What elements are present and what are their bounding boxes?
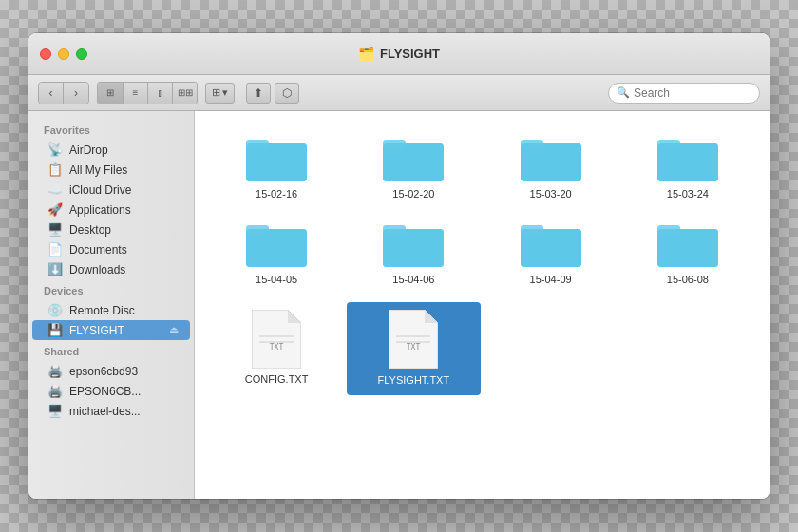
sidebar-item-applications[interactable]: 🚀 Applications	[32, 200, 190, 219]
toolbar: ‹ › ⊞ ≡ ⫿ ⊞⊞ ⊞ ▾ ⬆ ⬡ 🔍	[28, 75, 770, 111]
sidebar-item-documents[interactable]: 📄 Documents	[32, 239, 190, 259]
view-icon-button[interactable]: ⊞	[98, 83, 123, 104]
folder-icon-15-04-05	[246, 219, 307, 269]
file-area: 15-02-16 15-02-20	[195, 111, 770, 499]
folder-item-15-04-05[interactable]: 15-04-05	[210, 212, 343, 294]
michael-icon: 🖥️	[48, 404, 63, 418]
tag-button[interactable]: ⬡	[275, 83, 299, 104]
sidebar-item-all-my-files[interactable]: 📋 All My Files	[32, 160, 190, 180]
window-title: 🗂️ FLYSIGHT	[358, 47, 440, 62]
folder-item-15-04-09[interactable]: 15-04-09	[484, 212, 618, 294]
folder-icon-15-06-08	[657, 219, 718, 269]
svg-rect-17	[383, 229, 444, 267]
epson2-label: EPSON6CB...	[69, 385, 141, 398]
devices-label: Devices	[28, 279, 194, 300]
downloads-label: Downloads	[69, 263, 125, 276]
epson1-label: epson6cbd93	[69, 365, 138, 378]
documents-icon: 📄	[48, 242, 63, 256]
flysight-txt-label: FLYSIGHT.TXT	[374, 372, 454, 388]
folder-icon-15-04-06	[383, 219, 444, 269]
search-icon: 🔍	[617, 86, 630, 99]
traffic-lights	[40, 48, 87, 60]
search-input[interactable]	[634, 86, 751, 100]
view-coverflow-button[interactable]: ⊞⊞	[172, 83, 197, 104]
folder-icon-15-03-20	[521, 134, 581, 183]
svg-text:TXT: TXT	[270, 343, 284, 352]
airdrop-label: AirDrop	[69, 143, 108, 157]
minimize-button[interactable]	[58, 48, 69, 60]
all-my-files-label: All My Files	[69, 163, 127, 177]
share-button[interactable]: ⬆	[246, 83, 271, 104]
maximize-button[interactable]	[76, 48, 87, 60]
files-row: TXT CONFIG.TXT TXT	[210, 302, 754, 395]
back-button[interactable]: ‹	[39, 83, 64, 104]
sidebar: Favorites 📡 AirDrop 📋 All My Files ☁️ iC…	[28, 111, 195, 499]
config-txt-label: CONFIG.TXT	[245, 372, 309, 386]
search-box[interactable]: 🔍	[608, 83, 760, 104]
folder-label-15-02-16: 15-02-16	[256, 187, 297, 200]
sidebar-item-michael[interactable]: 🖥️ michael-des...	[32, 401, 190, 421]
folder-label-15-03-20: 15-03-20	[530, 187, 572, 200]
michael-label: michael-des...	[69, 405, 141, 418]
file-item-flysight-txt[interactable]: TXT FLYSIGHT.TXT	[347, 302, 480, 395]
eject-icon[interactable]: ⏏	[169, 324, 179, 336]
folder-item-15-03-24[interactable]: 15-03-24	[621, 126, 754, 208]
folder-label-15-04-05: 15-04-05	[256, 273, 297, 286]
applications-icon: 🚀	[48, 202, 63, 217]
folder-label-15-04-06: 15-04-06	[392, 273, 434, 286]
sidebar-item-icloud-drive[interactable]: ☁️ iCloud Drive	[32, 180, 190, 200]
folder-grid: 15-02-16 15-02-20	[210, 126, 754, 294]
favorites-label: Favorites	[28, 119, 194, 140]
title-text: FLYSIGHT	[380, 47, 440, 61]
epson1-icon: 🖨️	[48, 364, 63, 378]
folder-item-15-03-20[interactable]: 15-03-20	[484, 126, 618, 208]
folder-label-15-04-09: 15-04-09	[530, 273, 572, 286]
sidebar-item-downloads[interactable]: ⬇️ Downloads	[32, 259, 190, 279]
svg-rect-5	[383, 143, 444, 181]
forward-button[interactable]: ›	[64, 83, 88, 104]
view-list-button[interactable]: ≡	[123, 83, 147, 104]
title-folder-icon: 🗂️	[358, 47, 374, 62]
svg-rect-8	[521, 143, 581, 181]
remote-disc-icon: 💿	[48, 303, 63, 317]
sidebar-item-epson2[interactable]: 🖨️ EPSON6CB...	[32, 381, 190, 401]
folder-item-15-04-06[interactable]: 15-04-06	[347, 212, 480, 294]
desktop-icon: 🖥️	[48, 222, 63, 237]
epson2-icon: 🖨️	[48, 384, 63, 398]
nav-buttons: ‹ ›	[38, 82, 89, 104]
titlebar: 🗂️ FLYSIGHT	[28, 33, 770, 75]
svg-rect-11	[657, 143, 718, 181]
folder-icon-15-02-16	[246, 134, 307, 183]
folder-label-15-06-08: 15-06-08	[667, 273, 709, 286]
svg-marker-30	[425, 310, 438, 323]
downloads-icon: ⬇️	[48, 262, 63, 276]
folder-item-15-06-08[interactable]: 15-06-08	[621, 212, 754, 294]
all-my-files-icon: 📋	[48, 162, 63, 177]
svg-text:TXT: TXT	[407, 343, 421, 352]
view-column-button[interactable]: ⫿	[147, 83, 172, 104]
close-button[interactable]	[40, 48, 51, 60]
remote-disc-label: Remote Disc	[69, 304, 135, 317]
finder-window: 🗂️ FLYSIGHT ‹ › ⊞ ≡ ⫿ ⊞⊞ ⊞ ▾ ⬆ ⬡ 🔍	[28, 33, 770, 499]
config-txt-icon: TXT	[252, 310, 301, 369]
flysight-icon: 💾	[48, 323, 63, 337]
sidebar-item-airdrop[interactable]: 📡 AirDrop	[32, 140, 190, 160]
flysight-txt-icon: TXT	[389, 310, 438, 369]
file-item-config[interactable]: TXT CONFIG.TXT	[210, 302, 343, 395]
sidebar-item-remote-disc[interactable]: 💿 Remote Disc	[32, 300, 190, 320]
folder-item-15-02-20[interactable]: 15-02-20	[347, 126, 480, 208]
icloud-icon: ☁️	[48, 182, 63, 197]
icloud-label: iCloud Drive	[69, 183, 131, 197]
svg-rect-20	[521, 229, 581, 267]
folder-icon-15-02-20	[383, 134, 444, 183]
applications-label: Applications	[69, 203, 131, 217]
shared-label: Shared	[28, 340, 194, 361]
sidebar-item-epson1[interactable]: 🖨️ epson6cbd93	[32, 361, 190, 381]
arrange-icon: ⊞	[212, 86, 220, 99]
documents-label: Documents	[69, 243, 127, 256]
svg-rect-14	[246, 229, 307, 267]
sidebar-item-flysight[interactable]: 💾 FLYSIGHT ⏏	[32, 320, 190, 340]
folder-item-15-02-16[interactable]: 15-02-16	[210, 126, 343, 208]
arrange-button[interactable]: ⊞ ▾	[205, 83, 235, 104]
sidebar-item-desktop[interactable]: 🖥️ Desktop	[32, 219, 190, 239]
